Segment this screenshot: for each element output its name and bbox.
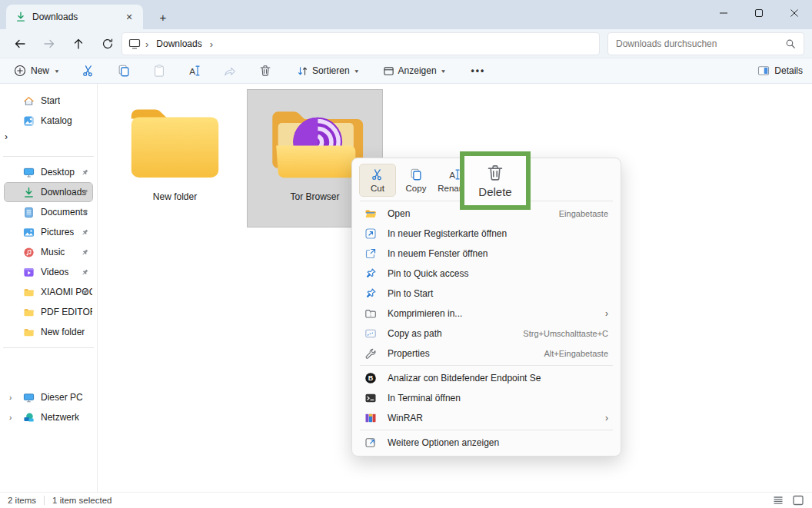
sidebar-item-documents[interactable]: Documents: [5, 203, 92, 221]
up-button[interactable]: [65, 32, 92, 55]
paste-button[interactable]: [145, 61, 174, 81]
menu-item-komprimieren-in[interactable]: Komprimieren in...›: [357, 304, 616, 323]
new-tab-button[interactable]: +: [154, 8, 172, 26]
pin-icon: [81, 288, 89, 297]
copy-icon: [409, 168, 423, 181]
copy-button[interactable]: [109, 61, 138, 81]
sidebar-item-videos[interactable]: Videos: [5, 263, 92, 281]
file-name-label: Tor Browser: [290, 191, 339, 202]
back-button[interactable]: [6, 32, 34, 55]
list-view-toggle[interactable]: [772, 494, 784, 506]
menu-item-pin-to-start[interactable]: Pin to Start: [357, 284, 616, 303]
folder-icon: [23, 287, 35, 298]
chevron-right-icon[interactable]: ›: [9, 413, 12, 422]
cut-icon: [82, 64, 95, 78]
sidebar-item-pdf-editor[interactable]: PDF EDITOR: [5, 303, 92, 321]
rename-button[interactable]: A: [180, 61, 209, 81]
copy-icon: [117, 64, 131, 78]
svg-text:A: A: [449, 170, 455, 180]
close-button[interactable]: [777, 0, 812, 26]
trash-icon[interactable]: [485, 163, 505, 183]
view-button-label: Anzeigen: [398, 65, 437, 76]
open-folder-icon: [364, 208, 377, 220]
sidebar-item-pictures[interactable]: Pictures: [5, 223, 92, 241]
sidebar-item-netzwerk[interactable]: ›Netzwerk: [5, 408, 92, 427]
menu-item-weitere-optionen-anzeigen[interactable]: Weitere Optionen anzeigen: [357, 433, 616, 452]
minimize-button[interactable]: [706, 0, 741, 26]
delete-menu-command[interactable]: Delete: [478, 185, 511, 198]
share-button[interactable]: [215, 61, 245, 81]
new-button[interactable]: New ▼: [6, 61, 68, 80]
details-pane-button[interactable]: Details: [757, 65, 803, 77]
sidebar-item-music[interactable]: Music: [5, 243, 92, 261]
chevron-right-icon[interactable]: ›: [9, 393, 12, 402]
home-icon: [23, 95, 35, 107]
delete-highlight-annotation: Delete: [460, 151, 531, 210]
svg-text:B: B: [368, 374, 374, 382]
menu-item-label: Analizar con Bitdefender Endpoint Se: [388, 373, 608, 383]
submenu-chevron-icon: ›: [605, 413, 608, 423]
sidebar-item-new-folder[interactable]: New folder: [5, 323, 92, 341]
large-icons-view-toggle[interactable]: [792, 494, 804, 506]
tab-downloads[interactable]: Downloads ✕: [6, 5, 143, 29]
desktop-icon: [23, 167, 35, 178]
sort-button[interactable]: Sortieren ▼: [291, 62, 366, 80]
more-commands-button[interactable]: •••: [465, 65, 492, 76]
search-box[interactable]: [607, 32, 804, 55]
breadcrumb-downloads[interactable]: Downloads: [153, 37, 205, 51]
refresh-button[interactable]: [94, 32, 121, 55]
menu-item-winrar[interactable]: WinRAR›: [357, 408, 616, 427]
search-icon[interactable]: [785, 38, 796, 49]
folder-large-icon: [123, 101, 227, 187]
new-button-label: New: [31, 65, 49, 76]
menu-item-pin-to-quick-access[interactable]: Pin to Quick access: [357, 264, 616, 283]
sidebar-item-label: PDF EDITOR: [41, 307, 92, 317]
menu-item-label: WinRAR: [388, 413, 594, 423]
gallery-icon: [23, 115, 35, 127]
delete-button[interactable]: [251, 61, 280, 81]
cut-button[interactable]: [74, 61, 103, 81]
menu-item-in-neuem-fenster-öffnen[interactable]: In neuem Fenster öffnen: [357, 244, 616, 263]
details-pane-label: Details: [774, 65, 803, 76]
breadcrumb-chevron-icon[interactable]: ›: [210, 38, 213, 50]
file-list-area[interactable]: New folderTor Browser CutCopyARename Ope…: [98, 84, 812, 492]
sidebar-item-label: New folder: [41, 327, 85, 337]
sidebar-item-desktop[interactable]: Desktop: [5, 163, 92, 181]
search-input[interactable]: [616, 38, 785, 49]
tab-title: Downloads: [32, 12, 115, 22]
chevron-right-icon[interactable]: ›: [5, 131, 8, 142]
view-button[interactable]: Anzeigen ▼: [377, 62, 453, 80]
cut-menu-command[interactable]: Cut: [360, 164, 395, 196]
maximize-button[interactable]: [741, 0, 777, 26]
share-icon: [223, 64, 237, 78]
menu-item-properties[interactable]: PropertiesAlt+Eingabetaste: [357, 344, 616, 363]
menu-item-in-terminal-öffnen[interactable]: In Terminal öffnen: [357, 388, 616, 407]
sidebar-item-downloads[interactable]: Downloads: [5, 183, 92, 201]
chevron-down-icon: ▼: [441, 68, 447, 73]
divider: [3, 156, 94, 157]
sidebar-item-start[interactable]: Start: [5, 91, 92, 110]
sidebar-item-label: Downloads: [41, 187, 86, 198]
menu-item-label: Komprimieren in...: [388, 308, 594, 319]
sidebar-item-katalog[interactable]: Katalog: [5, 111, 92, 130]
sidebar-item-label: Desktop: [41, 167, 75, 178]
view-icon: [383, 65, 394, 77]
sidebar-item-dieser-pc[interactable]: ›Dieser PC: [5, 388, 92, 407]
cut-icon: [371, 168, 384, 181]
address-bar[interactable]: › Downloads ›: [121, 32, 600, 55]
command-label: Cut: [371, 184, 384, 193]
more-options-icon: [364, 437, 377, 449]
menu-item-analizar-con-bitdefender-endpoint-se[interactable]: BAnalizar con Bitdefender Endpoint Se: [357, 368, 616, 387]
forward-button[interactable]: [35, 32, 63, 55]
sidebar-item-label: Katalog: [41, 115, 72, 126]
this-pc-icon[interactable]: [128, 38, 141, 50]
menu-item-in-neuer-registerkarte-öffnen[interactable]: In neuer Registerkarte öffnen: [357, 224, 616, 243]
file-tile-new-folder[interactable]: New folder: [108, 90, 242, 227]
tab-close-icon[interactable]: ✕: [121, 9, 137, 25]
sidebar-item-xiaomi-poco-f[interactable]: XIAOMI POCO F: [5, 283, 92, 301]
menu-item-copy-as-path[interactable]: Copy as pathStrg+Umschalttaste+C: [357, 324, 616, 343]
copy-menu-command[interactable]: Copy: [398, 164, 434, 196]
items-count: 2 items: [0, 496, 44, 505]
tree-expander[interactable]: ›: [5, 131, 92, 150]
sort-button-label: Sortieren: [312, 65, 350, 76]
